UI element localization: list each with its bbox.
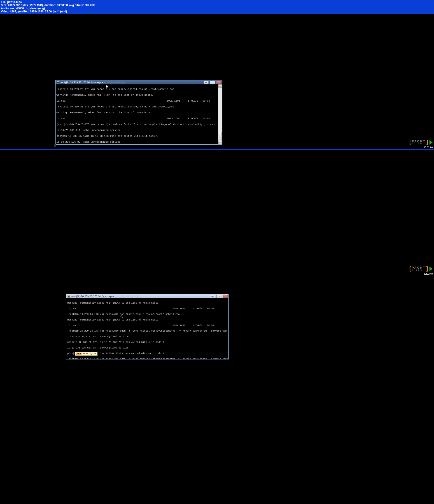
bracket-close-icon: ]	[426, 265, 428, 272]
packt-logo: [ PACKT VIDEO ]	[409, 139, 433, 145]
putty-icon	[56, 81, 60, 84]
putty-icon	[67, 295, 70, 298]
window-title: root@ip-10-239-25-173:/etc/yum.repos.d	[71, 295, 116, 298]
frame-timecode: 00:03:40	[424, 273, 433, 275]
autocomplete-selected[interactable]: ssh	[76, 352, 82, 355]
term-line: id_rsa 100% 1696 1.7KB/s 00:00	[67, 307, 227, 310]
term-line: [root@ip-10-239-25-173 yum.repos.d]# scp…	[56, 105, 218, 108]
play-icon	[429, 140, 433, 145]
media-info-file: File: part14.mp4	[1, 0, 433, 4]
titlebar[interactable]: root@ip-10-239-25-173:/etc/yum.repos.d ▢…	[66, 294, 228, 298]
scroll-thumb[interactable]	[219, 132, 222, 141]
media-info-banner: File: part14.mp4 Size: 20672782 bytes (1…	[0, 0, 434, 14]
term-line: Warning: Permanently added 'n1' (RSA) to…	[67, 302, 227, 304]
close-button[interactable]: X	[223, 295, 228, 298]
svg-rect-3	[68, 296, 70, 297]
term-line: [root@ip-10-239-25-173 yum.repos.d]# pds…	[67, 330, 227, 332]
terminal-output[interactable]: [root@ip-10-239-25-173 yum.repos.d]# scp…	[55, 84, 222, 144]
svg-rect-1	[57, 82, 59, 83]
close-button[interactable]: X	[216, 81, 221, 84]
vertical-scrollbar[interactable]: ▲ ▼	[218, 84, 222, 144]
term-line: [root@ip-10-239-25-173 yum.repos.d]# pds…	[67, 358, 227, 359]
autocomplete-popup[interactable]: ssh ssh/id_rsa	[75, 352, 98, 356]
terminal-output[interactable]: Warning: Permanently added 'n1' (RSA) to…	[66, 298, 228, 359]
maximize-button[interactable]: ▢	[210, 81, 215, 84]
media-info-audio: Audio: aac, 48000 Hz, stereo (eng)	[1, 7, 433, 10]
term-line: Warning: Permanently added 'n1' (RSA) to…	[56, 94, 218, 97]
autocomplete-item[interactable]: ssh/id_rsa	[83, 352, 96, 355]
term-line: pdsh@ip-10-239-25-173: ip-10-73-183-211:…	[67, 341, 227, 343]
titlebar[interactable]: root@ip-10-239-25-173:/etc/yum.repos.d /…	[55, 80, 222, 84]
term-line: ip-10-236-135-83: ssh: unrecognized serv…	[56, 141, 218, 144]
terminal-window-1[interactable]: root@ip-10-239-25-173:/etc/yum.repos.d /…	[55, 80, 222, 145]
bracket-close-icon: ]	[426, 139, 428, 145]
video-frame-1: root@ip-10-239-25-173:/etc/yum.repos.d /…	[0, 14, 434, 150]
bracket-open-icon: [	[409, 265, 411, 272]
term-line: [root@ip-10-239-25-173 yum.repos.d]# pds…	[56, 123, 218, 126]
term-line: id_rsa 100% 1696 1.7KB/s 00:00	[67, 324, 227, 327]
minimize-button[interactable]: —	[204, 81, 209, 84]
scroll-down-button[interactable]: ▼	[218, 141, 222, 144]
maximize-button[interactable]: ▢	[216, 295, 221, 298]
frame-timecode: 00:03:00	[424, 146, 433, 149]
term-line: Warning: Permanently added 'n2' (RSA) to…	[56, 111, 218, 114]
terminal-window-2[interactable]: root@ip-10-239-25-173:/etc/yum.repos.d ▢…	[66, 294, 229, 359]
term-line: [root@ip-10-239-25-173 yum.repos.d]# scp…	[56, 88, 218, 91]
background-tabs-blurred: ▢▢▢▢	[117, 294, 209, 298]
minimize-button[interactable]: —	[210, 295, 215, 298]
window-shadow	[54, 144, 56, 147]
term-line: id_rsa 100% 1696 1.7KB/s 00:00	[56, 99, 218, 102]
term-line: pdsh@ip-10-239-25-173: ip-10-73-183-211:…	[56, 135, 218, 138]
packt-logo: [ PACKT VIDEO ]	[409, 265, 433, 272]
term-line: Warning: Permanently added 'n2' (RSA) to…	[67, 318, 227, 321]
term-line: [root@ip-10-239-25-173 yum.repos.d]# scp…	[67, 313, 227, 315]
window-title: root@ip-10-239-25-173:/etc/yum.repos.d /…	[61, 81, 202, 84]
term-line: ip-10-73-183-211: ssh: unrecognized serv…	[56, 129, 218, 132]
play-icon	[429, 267, 433, 271]
media-info-video: Video: h264, yuv420p, 1920x1080, 25.00 f…	[1, 10, 433, 13]
term-line: id_rsa 100% 1696 1.7KB/s 00:00	[56, 117, 218, 120]
video-frame-2: root@ip-10-239-25-173:/etc/yum.repos.d ▢…	[0, 150, 434, 276]
term-line: ip-10-236-135-83: ssh: unrecognized serv…	[67, 346, 227, 349]
media-info-size: Size: 20672782 bytes (19.72 MiB), durati…	[1, 4, 433, 7]
bracket-open-icon: [	[409, 139, 411, 145]
scroll-up-button[interactable]: ▲	[218, 84, 222, 88]
term-line: ip-10-73-183-211: ssh: unrecognized serv…	[67, 335, 227, 338]
